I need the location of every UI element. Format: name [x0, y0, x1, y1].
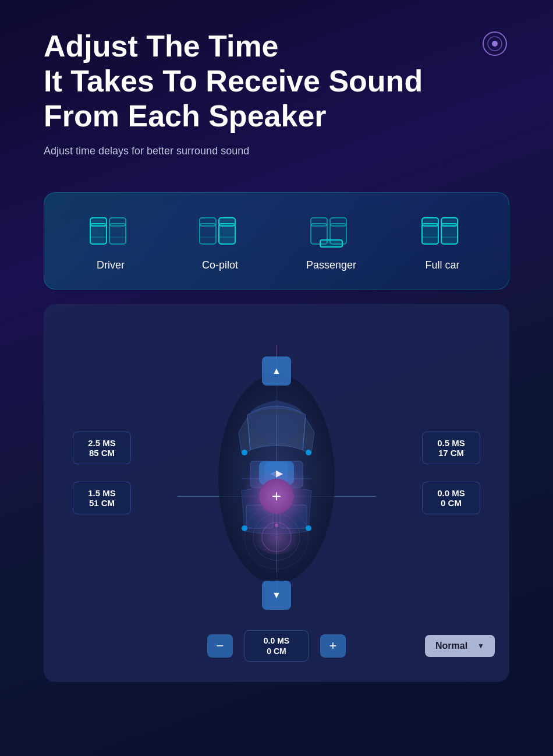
car-visual: + ▲ ▼ ◀ ▶: [178, 345, 375, 601]
seat-option-copilot[interactable]: Co-pilot: [197, 210, 243, 271]
svg-rect-14: [330, 218, 346, 226]
svg-rect-18: [441, 224, 458, 244]
svg-rect-4: [90, 218, 107, 226]
seat-option-driver[interactable]: Driver: [87, 210, 134, 271]
top-icon: [480, 29, 509, 58]
driver-icon: [87, 210, 134, 251]
passenger-icon: [308, 210, 355, 251]
svg-point-2: [492, 41, 498, 47]
car-container: 2.5 MS 85 CM 1.5 MS 51 CM: [58, 322, 495, 624]
svg-rect-6: [109, 218, 126, 226]
svg-point-27: [242, 450, 247, 455]
rear-right-label: 0.0 MS 0 CM: [422, 482, 480, 514]
svg-rect-9: [219, 224, 235, 244]
right-speaker-labels: 0.5 MS 17 CM 0.0 MS 0 CM: [422, 432, 480, 514]
copilot-icon: [197, 210, 243, 251]
fullcar-icon: [419, 210, 466, 251]
left-speaker-labels: 2.5 MS 85 CM 1.5 MS 51 CM: [73, 432, 131, 514]
svg-rect-16: [422, 224, 438, 244]
current-value-display: 0.0 MS 0 CM: [244, 630, 309, 662]
dropdown-label: Normal: [435, 641, 467, 651]
value-cm: 0 CM: [267, 647, 286, 656]
svg-rect-17: [422, 218, 438, 226]
svg-rect-7: [200, 224, 216, 244]
svg-rect-5: [109, 224, 126, 244]
seat-option-fullcar[interactable]: Full car: [419, 210, 466, 271]
front-right-label: 0.5 MS 17 CM: [422, 432, 480, 464]
rear-left-label: 1.5 MS 51 CM: [73, 482, 131, 514]
nav-up-button[interactable]: ▲: [262, 356, 291, 386]
svg-rect-3: [90, 224, 107, 244]
svg-rect-8: [200, 218, 216, 226]
bottom-controls: − 0.0 MS 0 CM + Normal ▼: [58, 630, 495, 662]
center-position-button[interactable]: +: [259, 479, 294, 514]
mode-dropdown[interactable]: Normal ▼: [425, 635, 495, 657]
page-title: Adjust The Time It Takes To Receive Soun…: [44, 29, 451, 133]
header-area: Adjust The Time It Takes To Receive Soun…: [0, 0, 553, 175]
nav-down-area: ▼: [262, 581, 291, 610]
nav-up-area: ▲: [262, 356, 291, 386]
svg-rect-19: [441, 218, 458, 226]
svg-rect-10: [219, 218, 235, 226]
svg-point-32: [275, 524, 278, 527]
nav-down-button[interactable]: ▼: [262, 581, 291, 610]
svg-rect-12: [311, 218, 327, 226]
passenger-label: Passenger: [306, 259, 356, 271]
page-subtitle: Adjust time delays for better surround s…: [44, 145, 509, 157]
increase-button[interactable]: +: [320, 634, 346, 658]
front-left-label: 2.5 MS 85 CM: [73, 432, 131, 464]
chevron-down-icon: ▼: [477, 642, 484, 650]
value-ms: 0.0 MS: [264, 636, 289, 645]
fullcar-label: Full car: [425, 259, 459, 271]
copilot-label: Co-pilot: [202, 259, 238, 271]
driver-label: Driver: [97, 259, 125, 271]
svg-point-28: [306, 450, 311, 455]
svg-rect-15: [320, 240, 342, 247]
seat-selector-card: Driver Co-pilot Passen: [44, 192, 509, 289]
seat-option-passenger[interactable]: Passenger: [306, 210, 356, 271]
decrease-button[interactable]: −: [207, 634, 233, 658]
control-card: 2.5 MS 85 CM 1.5 MS 51 CM: [44, 304, 509, 682]
